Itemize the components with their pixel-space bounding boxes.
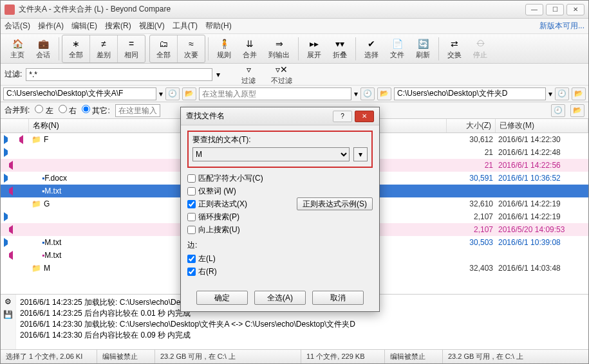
equal-icon: = bbox=[126, 38, 137, 50]
session-button[interactable]: 💼会话 bbox=[30, 35, 56, 62]
expand-button[interactable]: ▸▸展开 bbox=[301, 35, 327, 62]
ok-button[interactable]: 确定 bbox=[196, 291, 248, 305]
menu-tools[interactable]: 工具(T) bbox=[173, 21, 198, 32]
dialog-close-button[interactable]: ✕ bbox=[355, 111, 374, 122]
search-text-input[interactable]: M bbox=[192, 147, 350, 161]
dropdown-icon[interactable]: ▾ bbox=[354, 89, 358, 98]
maximize-button[interactable]: ☐ bbox=[546, 4, 564, 15]
minimize-button[interactable]: — bbox=[525, 4, 543, 15]
home-button[interactable]: 🏠主页 bbox=[5, 35, 30, 62]
menu-session[interactable]: 会话(S) bbox=[5, 21, 30, 32]
left-browse-button[interactable]: 📂 bbox=[182, 87, 196, 100]
merge-right-radio[interactable]: 右 bbox=[59, 105, 77, 116]
collapse-icon: ▾▾ bbox=[334, 38, 346, 50]
menu-view[interactable]: 视图(V) bbox=[139, 21, 165, 32]
merge-left-radio[interactable]: 左 bbox=[35, 105, 53, 116]
search-up-checkbox[interactable]: 向上搜索(U) bbox=[187, 223, 373, 236]
merge-other-input[interactable] bbox=[115, 104, 160, 117]
right-path-input[interactable] bbox=[397, 88, 543, 100]
dialog-titlebar[interactable]: 查找文件名 ? ✕ bbox=[181, 107, 379, 125]
merge-icon: ⇊ bbox=[244, 38, 256, 50]
rules-button[interactable]: 🧍规则 bbox=[211, 35, 237, 62]
menu-help[interactable]: 帮助(H) bbox=[205, 21, 232, 32]
funnel-x-icon: ▿✕ bbox=[276, 64, 288, 75]
regex-checkbox[interactable]: 正则表达式(X) 正则表达式示例(S) bbox=[187, 197, 373, 210]
app-icon bbox=[5, 5, 15, 15]
main-toolbar: 🏠主页 💼会话 ∗全部 ≠差别 =相同 🗂全部 ≈次要 🧍规则 ⇊合并 ⇒到输出… bbox=[1, 34, 588, 64]
whole-word-checkbox[interactable]: 仅整词 (W) bbox=[187, 185, 373, 197]
filter-group-1: ∗全部 ≠差别 =相同 bbox=[62, 35, 145, 63]
filter-input[interactable] bbox=[26, 68, 212, 81]
middle-path-box bbox=[199, 87, 351, 100]
mid-history-button[interactable]: 🕘 bbox=[360, 87, 375, 100]
select-all-button[interactable]: 全选(A) bbox=[254, 291, 306, 305]
folders-icon: 🗂 bbox=[158, 38, 169, 50]
status-free-1: 23.2 GB 可用 , 在 C:\ 上 bbox=[155, 350, 301, 363]
col-modified[interactable]: 已修改(M) bbox=[496, 119, 588, 132]
match-case-checkbox[interactable]: 匹配字符大小写(C) bbox=[187, 172, 373, 185]
dropdown-icon[interactable]: ▾ bbox=[216, 70, 220, 79]
merge-browse-button[interactable]: 📂 bbox=[570, 104, 584, 117]
filter-label: 过滤: bbox=[5, 69, 22, 80]
search-text-label: 要查找的文本(T): bbox=[192, 134, 368, 145]
refresh-button[interactable]: 🔄刷新 bbox=[410, 35, 436, 62]
gear-icon[interactable]: ⚙ bbox=[5, 297, 12, 306]
status-count: 11 个文件, 229 KB bbox=[301, 350, 385, 363]
side-label: 边: bbox=[187, 240, 373, 251]
path-row: ▾ 🕘 📂 ▾ 🕘 📂 ▾ 🕘 📂 bbox=[1, 86, 588, 102]
collapse-button[interactable]: ▾▾折叠 bbox=[327, 35, 353, 62]
status-free-2: 23.2 GB 可用 , 在 C:\ 上 bbox=[443, 350, 588, 363]
regex-sample-button[interactable]: 正则表达式示例(S) bbox=[297, 197, 373, 210]
cancel-button[interactable]: 取消 bbox=[312, 291, 364, 305]
files-icon: 📄 bbox=[391, 38, 403, 50]
dropdown-icon[interactable]: ▾ bbox=[159, 89, 163, 98]
left-path-input[interactable] bbox=[6, 88, 153, 100]
middle-path-input[interactable] bbox=[202, 88, 348, 100]
side-left-checkbox[interactable]: 左(L) bbox=[187, 252, 373, 265]
right-path-box bbox=[394, 87, 546, 100]
window-title: 文件夹A - 文件夹合并 (L) - Beyond Compare bbox=[19, 4, 525, 15]
to-output-button[interactable]: ⇒到输出 bbox=[263, 35, 295, 62]
dropdown-icon[interactable]: ▾ bbox=[548, 89, 552, 98]
menu-search[interactable]: 搜索(R) bbox=[105, 21, 131, 32]
stop-button[interactable]: ⦵停止 bbox=[467, 35, 493, 62]
dialog-title: 查找文件名 bbox=[186, 111, 330, 122]
apply-filter-button[interactable]: ▿过滤 bbox=[236, 61, 261, 88]
merge-button[interactable]: ⇊合并 bbox=[237, 35, 263, 62]
merge-history-button[interactable]: 🕘 bbox=[551, 104, 565, 117]
dialog-help-button[interactable]: ? bbox=[333, 111, 352, 122]
show-diff-button[interactable]: ≠差别 bbox=[90, 35, 118, 62]
update-available-link[interactable]: 新版本可用... bbox=[539, 21, 584, 32]
show-all-folders-button[interactable]: 🗂全部 bbox=[150, 35, 178, 62]
mid-browse-button[interactable]: 📂 bbox=[377, 87, 391, 100]
clear-filter-button[interactable]: ▿✕不过滤 bbox=[265, 61, 298, 88]
right-browse-button[interactable]: 📂 bbox=[572, 87, 586, 100]
star-icon: ∗ bbox=[70, 38, 82, 50]
side-right-checkbox[interactable]: 右(R) bbox=[187, 265, 373, 278]
title-bar: 文件夹A - 文件夹合并 (L) - Beyond Compare — ☐ ✕ bbox=[1, 1, 588, 19]
loop-search-checkbox[interactable]: 循环搜索(P) bbox=[187, 210, 373, 223]
menu-action[interactable]: 操作(A) bbox=[38, 21, 64, 32]
funnel-icon: ▿ bbox=[243, 64, 254, 75]
files-button[interactable]: 📄文件 bbox=[384, 35, 410, 62]
show-all-button[interactable]: ∗全部 bbox=[62, 35, 90, 62]
swap-button[interactable]: ⇄交换 bbox=[442, 35, 467, 62]
save-icon[interactable]: 💾 bbox=[3, 310, 13, 319]
dropdown-button[interactable]: ▾ bbox=[353, 147, 368, 161]
stop-icon: ⦵ bbox=[474, 38, 486, 50]
menu-edit[interactable]: 编辑(E) bbox=[71, 21, 97, 32]
col-size[interactable]: 大小(Z) bbox=[447, 119, 496, 132]
select-button[interactable]: ✔选择 bbox=[359, 35, 384, 62]
log-line: 2016/6/1 14:23:30 后台内容比较在 0.09 秒 内完成 bbox=[20, 330, 584, 341]
close-button[interactable]: ✕ bbox=[566, 4, 584, 15]
show-minor-button[interactable]: ≈次要 bbox=[178, 35, 205, 62]
session-icon: 💼 bbox=[37, 38, 49, 50]
filter-row: 过滤: ▾ ▿过滤 ▿✕不过滤 bbox=[1, 64, 588, 86]
col-name[interactable]: 名称(N) bbox=[29, 119, 185, 132]
left-history-button[interactable]: 🕘 bbox=[165, 87, 180, 100]
merge-other-radio[interactable]: 其它: bbox=[82, 105, 110, 116]
merge-to-label: 合并到: bbox=[5, 105, 30, 116]
status-selection: 选择了 1 个文件, 2.06 KI bbox=[1, 350, 97, 363]
right-history-button[interactable]: 🕘 bbox=[555, 87, 569, 100]
show-same-button[interactable]: =相同 bbox=[118, 35, 145, 62]
